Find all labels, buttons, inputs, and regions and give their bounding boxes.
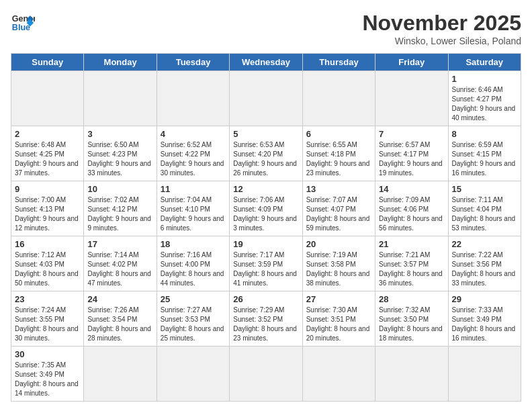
calendar-cell: 15Sunrise: 7:11 AM Sunset: 4:04 PM Dayli… bbox=[448, 181, 521, 236]
calendar-cell: 10Sunrise: 7:02 AM Sunset: 4:12 PM Dayli… bbox=[84, 181, 157, 236]
day-number: 13 bbox=[306, 184, 371, 194]
weekday-header-thursday: Thursday bbox=[302, 54, 375, 71]
day-info: Sunrise: 7:09 AM Sunset: 4:06 PM Dayligh… bbox=[379, 195, 444, 233]
calendar-week-2: 9Sunrise: 7:00 AM Sunset: 4:13 PM Daylig… bbox=[11, 181, 521, 236]
header: General Blue November 2025 Winsko, Lower… bbox=[11, 11, 521, 46]
calendar-cell: 16Sunrise: 7:12 AM Sunset: 4:03 PM Dayli… bbox=[11, 236, 84, 291]
calendar-cell bbox=[302, 71, 375, 126]
weekday-header-sunday: Sunday bbox=[11, 54, 84, 71]
day-info: Sunrise: 7:30 AM Sunset: 3:51 PM Dayligh… bbox=[306, 306, 371, 343]
calendar-cell: 8Sunrise: 6:59 AM Sunset: 4:15 PM Daylig… bbox=[448, 126, 521, 181]
calendar-cell: 24Sunrise: 7:26 AM Sunset: 3:54 PM Dayli… bbox=[84, 291, 157, 347]
svg-text:Blue: Blue bbox=[12, 23, 30, 32]
calendar-cell bbox=[375, 71, 448, 126]
calendar-cell bbox=[84, 347, 157, 402]
day-info: Sunrise: 7:26 AM Sunset: 3:54 PM Dayligh… bbox=[87, 306, 152, 343]
day-info: Sunrise: 7:11 AM Sunset: 4:04 PM Dayligh… bbox=[452, 195, 517, 233]
calendar-cell: 29Sunrise: 7:33 AM Sunset: 3:49 PM Dayli… bbox=[448, 291, 521, 347]
calendar-table: SundayMondayTuesdayWednesdayThursdayFrid… bbox=[11, 53, 521, 402]
month-title: November 2025 bbox=[362, 11, 521, 36]
day-number: 15 bbox=[452, 184, 517, 194]
day-info: Sunrise: 7:14 AM Sunset: 4:02 PM Dayligh… bbox=[87, 250, 152, 288]
calendar-cell: 2Sunrise: 6:48 AM Sunset: 4:25 PM Daylig… bbox=[11, 126, 84, 181]
day-info: Sunrise: 6:57 AM Sunset: 4:17 PM Dayligh… bbox=[379, 140, 444, 178]
day-number: 26 bbox=[233, 294, 298, 304]
day-info: Sunrise: 7:12 AM Sunset: 4:03 PM Dayligh… bbox=[15, 250, 80, 288]
calendar-cell: 21Sunrise: 7:21 AM Sunset: 3:57 PM Dayli… bbox=[375, 236, 448, 291]
day-info: Sunrise: 7:27 AM Sunset: 3:53 PM Dayligh… bbox=[161, 306, 226, 343]
weekday-header-saturday: Saturday bbox=[448, 54, 521, 71]
calendar-cell: 11Sunrise: 7:04 AM Sunset: 4:10 PM Dayli… bbox=[157, 181, 229, 236]
day-info: Sunrise: 7:17 AM Sunset: 3:59 PM Dayligh… bbox=[233, 250, 298, 288]
calendar-cell: 20Sunrise: 7:19 AM Sunset: 3:58 PM Dayli… bbox=[302, 236, 375, 291]
calendar-week-4: 23Sunrise: 7:24 AM Sunset: 3:55 PM Dayli… bbox=[11, 291, 521, 347]
calendar-cell: 5Sunrise: 6:53 AM Sunset: 4:20 PM Daylig… bbox=[230, 126, 302, 181]
day-info: Sunrise: 7:29 AM Sunset: 3:52 PM Dayligh… bbox=[233, 306, 298, 343]
day-info: Sunrise: 6:50 AM Sunset: 4:23 PM Dayligh… bbox=[87, 140, 152, 178]
day-number: 10 bbox=[87, 184, 152, 194]
day-info: Sunrise: 7:16 AM Sunset: 4:00 PM Dayligh… bbox=[161, 250, 226, 288]
day-info: Sunrise: 6:59 AM Sunset: 4:15 PM Dayligh… bbox=[452, 140, 517, 178]
calendar-cell: 14Sunrise: 7:09 AM Sunset: 4:06 PM Dayli… bbox=[375, 181, 448, 236]
weekday-header-monday: Monday bbox=[84, 54, 157, 71]
calendar-week-1: 2Sunrise: 6:48 AM Sunset: 4:25 PM Daylig… bbox=[11, 126, 521, 181]
day-info: Sunrise: 7:33 AM Sunset: 3:49 PM Dayligh… bbox=[452, 306, 517, 343]
day-info: Sunrise: 6:48 AM Sunset: 4:25 PM Dayligh… bbox=[15, 140, 80, 178]
day-info: Sunrise: 7:21 AM Sunset: 3:57 PM Dayligh… bbox=[379, 250, 444, 288]
day-number: 1 bbox=[452, 74, 517, 84]
calendar-cell bbox=[375, 347, 448, 402]
day-info: Sunrise: 6:46 AM Sunset: 4:27 PM Dayligh… bbox=[452, 85, 517, 123]
day-info: Sunrise: 6:55 AM Sunset: 4:18 PM Dayligh… bbox=[306, 140, 371, 178]
calendar-cell bbox=[230, 347, 302, 402]
day-number: 17 bbox=[87, 239, 152, 249]
day-number: 2 bbox=[15, 129, 80, 139]
day-info: Sunrise: 7:00 AM Sunset: 4:13 PM Dayligh… bbox=[15, 195, 80, 233]
day-info: Sunrise: 7:06 AM Sunset: 4:09 PM Dayligh… bbox=[233, 195, 298, 233]
location-title: Winsko, Lower Silesia, Poland bbox=[362, 36, 521, 46]
calendar-cell: 7Sunrise: 6:57 AM Sunset: 4:17 PM Daylig… bbox=[375, 126, 448, 181]
calendar-cell: 13Sunrise: 7:07 AM Sunset: 4:07 PM Dayli… bbox=[302, 181, 375, 236]
day-info: Sunrise: 7:35 AM Sunset: 3:49 PM Dayligh… bbox=[15, 361, 80, 398]
calendar-cell: 9Sunrise: 7:00 AM Sunset: 4:13 PM Daylig… bbox=[11, 181, 84, 236]
calendar-cell: 3Sunrise: 6:50 AM Sunset: 4:23 PM Daylig… bbox=[84, 126, 157, 181]
day-info: Sunrise: 7:19 AM Sunset: 3:58 PM Dayligh… bbox=[306, 250, 371, 288]
day-info: Sunrise: 7:02 AM Sunset: 4:12 PM Dayligh… bbox=[87, 195, 152, 233]
day-number: 3 bbox=[87, 129, 152, 139]
day-info: Sunrise: 7:32 AM Sunset: 3:50 PM Dayligh… bbox=[379, 306, 444, 343]
day-number: 24 bbox=[87, 294, 152, 304]
day-number: 25 bbox=[161, 294, 226, 304]
day-number: 30 bbox=[15, 349, 80, 359]
calendar-cell: 26Sunrise: 7:29 AM Sunset: 3:52 PM Dayli… bbox=[230, 291, 302, 347]
calendar-cell bbox=[448, 347, 521, 402]
day-number: 14 bbox=[379, 184, 444, 194]
day-number: 21 bbox=[379, 239, 444, 249]
calendar-cell bbox=[11, 71, 84, 126]
calendar-cell bbox=[157, 71, 229, 126]
day-info: Sunrise: 7:04 AM Sunset: 4:10 PM Dayligh… bbox=[161, 195, 226, 233]
day-number: 19 bbox=[233, 239, 298, 249]
day-info: Sunrise: 6:52 AM Sunset: 4:22 PM Dayligh… bbox=[161, 140, 226, 178]
calendar-week-5: 30Sunrise: 7:35 AM Sunset: 3:49 PM Dayli… bbox=[11, 347, 521, 402]
title-area: November 2025 Winsko, Lower Silesia, Pol… bbox=[362, 11, 521, 46]
day-number: 23 bbox=[15, 294, 80, 304]
weekday-header-friday: Friday bbox=[375, 54, 448, 71]
calendar-cell: 17Sunrise: 7:14 AM Sunset: 4:02 PM Dayli… bbox=[84, 236, 157, 291]
calendar-cell: 27Sunrise: 7:30 AM Sunset: 3:51 PM Dayli… bbox=[302, 291, 375, 347]
calendar-week-0: 1Sunrise: 6:46 AM Sunset: 4:27 PM Daylig… bbox=[11, 71, 521, 126]
day-number: 7 bbox=[379, 129, 444, 139]
calendar-cell: 4Sunrise: 6:52 AM Sunset: 4:22 PM Daylig… bbox=[157, 126, 229, 181]
day-number: 16 bbox=[15, 239, 80, 249]
day-number: 12 bbox=[233, 184, 298, 194]
calendar-cell: 18Sunrise: 7:16 AM Sunset: 4:00 PM Dayli… bbox=[157, 236, 229, 291]
day-number: 20 bbox=[306, 239, 371, 249]
day-number: 6 bbox=[306, 129, 371, 139]
day-number: 9 bbox=[15, 184, 80, 194]
day-number: 4 bbox=[161, 129, 226, 139]
calendar-cell: 19Sunrise: 7:17 AM Sunset: 3:59 PM Dayli… bbox=[230, 236, 302, 291]
calendar-cell: 22Sunrise: 7:22 AM Sunset: 3:56 PM Dayli… bbox=[448, 236, 521, 291]
day-info: Sunrise: 7:24 AM Sunset: 3:55 PM Dayligh… bbox=[15, 306, 80, 343]
calendar-week-3: 16Sunrise: 7:12 AM Sunset: 4:03 PM Dayli… bbox=[11, 236, 521, 291]
calendar-cell: 30Sunrise: 7:35 AM Sunset: 3:49 PM Dayli… bbox=[11, 347, 84, 402]
day-info: Sunrise: 7:07 AM Sunset: 4:07 PM Dayligh… bbox=[306, 195, 371, 233]
calendar-cell bbox=[84, 71, 157, 126]
